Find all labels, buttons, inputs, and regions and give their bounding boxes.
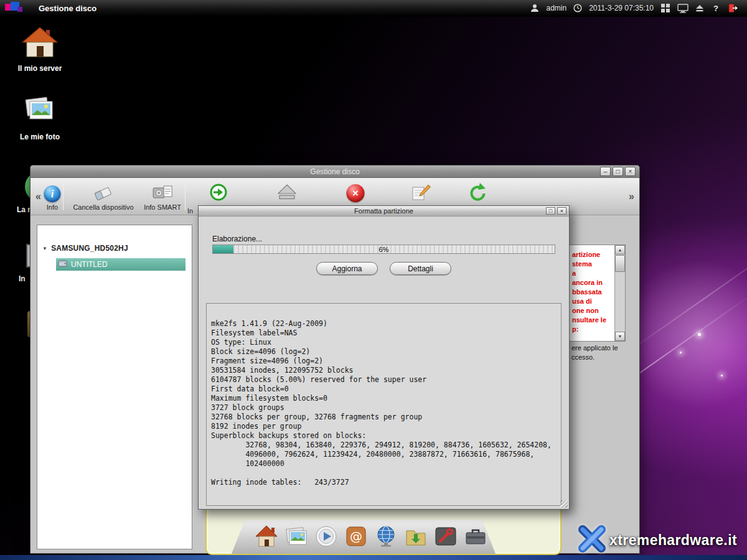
sparkle bbox=[698, 333, 701, 336]
drive-icon bbox=[58, 259, 68, 270]
house-icon bbox=[21, 26, 59, 58]
dialog-close-button[interactable]: × bbox=[557, 207, 566, 215]
desktop-icon-label: Le mie foto bbox=[6, 133, 74, 141]
scrollbar-thumb[interactable] bbox=[615, 255, 625, 272]
sparkle bbox=[680, 352, 682, 353]
toolbar-initialize-button[interactable] bbox=[209, 182, 228, 202]
toolbar-erase-device-button[interactable]: Cancella dispositivo bbox=[73, 182, 133, 211]
site-watermark: xtremehardware.it bbox=[575, 524, 737, 556]
refresh-button[interactable]: Aggiorna bbox=[316, 262, 378, 275]
remove-x-icon: × bbox=[347, 184, 365, 202]
help-icon[interactable]: ? bbox=[711, 4, 721, 13]
dialog-maximize-button[interactable]: □ bbox=[546, 207, 555, 215]
toolbar-eject-button[interactable] bbox=[276, 182, 298, 202]
topbar-app-title: Gestione disco bbox=[39, 4, 96, 13]
scroll-down-icon[interactable]: ▼ bbox=[615, 332, 625, 341]
warning-text: artizione stema a ancora in bbassata usa… bbox=[572, 250, 606, 334]
dock-toolbox-icon[interactable] bbox=[462, 520, 489, 553]
svg-text:@: @ bbox=[350, 529, 362, 544]
desktop-icon-label: Il mio server bbox=[6, 64, 74, 73]
eraser-icon bbox=[92, 182, 115, 202]
dock-mail-icon[interactable]: @ bbox=[342, 520, 370, 553]
toolbar-initialize-label: In bbox=[187, 207, 193, 215]
desktop-icon-my-server[interactable]: Il mio server bbox=[6, 26, 74, 73]
watermark-x-logo-icon bbox=[575, 524, 608, 556]
dock-home-icon[interactable] bbox=[253, 520, 280, 553]
user-icon bbox=[530, 4, 539, 12]
dialog-titlebar[interactable]: Formatta partizione □ × bbox=[199, 206, 569, 217]
datetime-label: 2011-3-29 07:35:10 bbox=[589, 4, 654, 12]
desktop-icon-my-photos[interactable]: Le mie foto bbox=[6, 93, 74, 141]
format-progress-bar: 6% bbox=[212, 245, 555, 254]
username-label[interactable]: admin bbox=[546, 4, 566, 12]
photos-icon bbox=[22, 93, 57, 127]
eject-icon[interactable] bbox=[695, 4, 704, 12]
toolbar-remove-button[interactable]: × bbox=[347, 182, 365, 202]
window-title: Gestione disco bbox=[310, 167, 359, 176]
disk-tree-panel: ▼ SAMSUNG_HD502HJ UNTITLED bbox=[37, 225, 192, 549]
toolbar-scroll-right[interactable]: » bbox=[629, 191, 634, 202]
processing-label: Elaborazione... bbox=[212, 235, 262, 243]
toolbar-smart-info-button[interactable]: Info SMART bbox=[144, 182, 181, 211]
watermark-text: xtremehardware.it bbox=[609, 532, 737, 549]
close-button[interactable]: × bbox=[625, 167, 636, 176]
toolbar-info-button[interactable]: i Info bbox=[44, 182, 61, 211]
system-logo-icon bbox=[5, 2, 30, 14]
dock-browser-icon[interactable] bbox=[372, 520, 400, 553]
info-text: ere applicato le ccesso. bbox=[571, 343, 618, 362]
top-menubar: Gestione disco admin 2011-3-29 07:35:10 … bbox=[0, 0, 747, 17]
tree-node-partition-selected[interactable]: UNTITLED bbox=[56, 258, 186, 271]
smart-disk-icon bbox=[151, 182, 174, 202]
message-scrollbar[interactable]: ▲ ▼ bbox=[614, 245, 625, 341]
toolbar-refresh-button[interactable] bbox=[467, 182, 487, 202]
dock-download-icon[interactable] bbox=[402, 520, 430, 553]
desktop-icon-label: In bbox=[19, 274, 26, 283]
info-icon: i bbox=[44, 185, 61, 202]
sparkle bbox=[721, 375, 723, 376]
mke2fs-output: mke2fs 1.41.9 (22-Aug-2009) Filesystem l… bbox=[211, 319, 552, 487]
progress-percent-label: 6% bbox=[213, 245, 555, 253]
toolbar-edit-button[interactable] bbox=[410, 182, 431, 202]
format-output-console: mke2fs 1.41.9 (22-Aug-2009) Filesystem l… bbox=[206, 303, 561, 506]
dock-tools-icon[interactable] bbox=[432, 520, 459, 553]
minimize-button[interactable]: – bbox=[600, 167, 611, 176]
edit-pencil-icon bbox=[410, 182, 431, 202]
partition-name-label: UNTITLED bbox=[71, 260, 108, 269]
dialog-title: Formatta partizione bbox=[354, 207, 413, 215]
clock-icon bbox=[573, 4, 582, 12]
maximize-button[interactable]: □ bbox=[613, 167, 623, 176]
eject-disk-icon bbox=[276, 182, 298, 202]
resize-grip[interactable] bbox=[560, 500, 568, 508]
apps-grid-icon[interactable] bbox=[660, 3, 670, 13]
logout-icon[interactable] bbox=[728, 3, 738, 13]
disk-name-label: SAMSUNG_HD502HJ bbox=[51, 244, 128, 253]
expander-icon[interactable]: ▼ bbox=[42, 246, 47, 251]
display-icon[interactable] bbox=[677, 4, 688, 13]
toolbar-scroll-left[interactable]: « bbox=[35, 191, 41, 202]
refresh-icon bbox=[467, 182, 487, 202]
initialize-arrow-icon bbox=[209, 182, 228, 202]
tree-node-disk[interactable]: ▼ SAMSUNG_HD502HJ bbox=[42, 244, 128, 253]
dock-photos-icon[interactable] bbox=[283, 520, 310, 553]
details-button[interactable]: Dettagli bbox=[390, 262, 451, 275]
window-titlebar[interactable]: Gestione disco – □ × bbox=[31, 166, 639, 178]
dock-media-player-icon[interactable] bbox=[312, 520, 340, 553]
scroll-up-icon[interactable]: ▲ bbox=[615, 245, 625, 254]
application-dock: @ bbox=[205, 505, 561, 555]
format-partition-dialog: Formatta partizione □ × Elaborazione... … bbox=[198, 205, 570, 510]
